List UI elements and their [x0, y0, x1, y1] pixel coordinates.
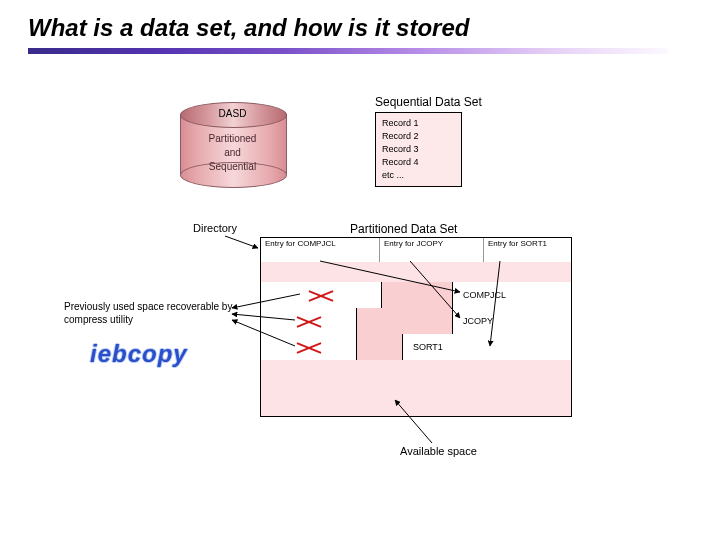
cross-icon [296, 339, 322, 355]
dir-entry: Entry for JCOPY [379, 238, 483, 262]
pds-available-row [261, 360, 571, 415]
previously-used-label: Previously used space recoverable by com… [64, 300, 234, 326]
slide-title: What is a data set, and how is it stored [28, 14, 469, 42]
dasd-cylinder: DASD Partitioned and Sequential [180, 102, 285, 187]
pds-box: Entry for COMPJCL Entry for JCOPY Entry … [260, 237, 572, 417]
pds-directory-row: Entry for COMPJCL Entry for JCOPY Entry … [261, 238, 571, 263]
pds-title: Partitioned Data Set [350, 222, 457, 236]
cross-icon [308, 287, 334, 303]
seq-record: Record 1 [382, 117, 455, 130]
seq-record: Record 4 [382, 156, 455, 169]
member-label: SORT1 [403, 334, 571, 360]
member-label: JCOPY [453, 308, 571, 334]
iebcopy-label: iebcopy [90, 340, 188, 368]
seq-record: Record 2 [382, 130, 455, 143]
directory-label: Directory [193, 222, 237, 234]
dasd-sublabel: Partitioned and Sequential [180, 132, 285, 174]
pds-member-row: JCOPY [261, 308, 571, 335]
svg-line-0 [225, 236, 258, 248]
pds-member-row: COMPJCL [261, 282, 571, 309]
available-space-label: Available space [400, 445, 477, 457]
dasd-label: DASD [180, 108, 285, 119]
pds-gap-row [261, 262, 571, 283]
member-label: COMPJCL [453, 282, 571, 308]
dir-entry: Entry for COMPJCL [261, 238, 379, 262]
cross-icon [296, 313, 322, 329]
pds-member-row: SORT1 [261, 334, 571, 361]
seq-record: Record 3 [382, 143, 455, 156]
sequential-title: Sequential Data Set [375, 95, 482, 109]
dir-entry: Entry for SORT1 [483, 238, 571, 262]
seq-record: etc ... [382, 169, 455, 182]
sequential-box: Record 1 Record 2 Record 3 Record 4 etc … [375, 112, 462, 187]
title-underline [28, 48, 668, 54]
